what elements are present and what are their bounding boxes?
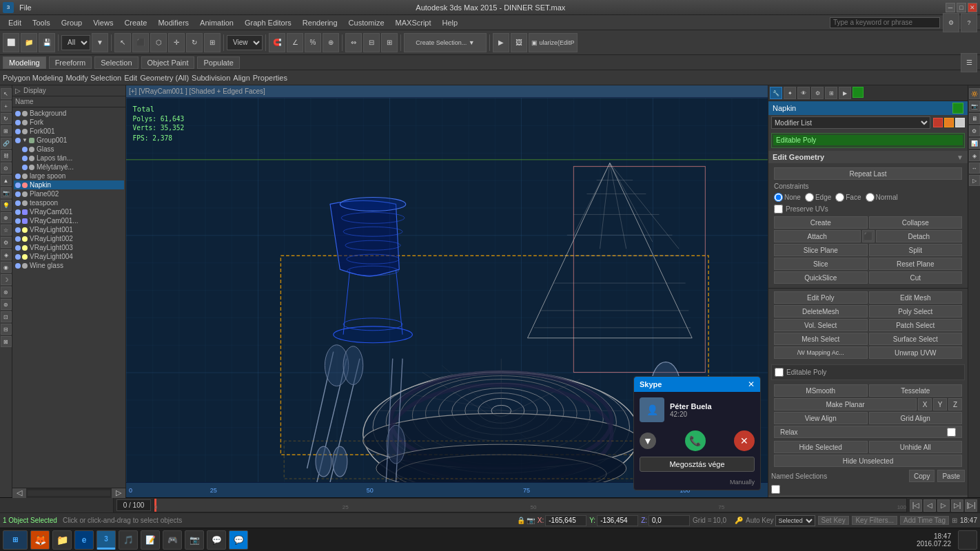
surface-select-btn[interactable]: Surface Select <box>869 333 963 345</box>
scroll-right[interactable]: ▷ <box>112 488 125 498</box>
save-file-btn[interactable]: 💾 <box>39 33 55 52</box>
radio-none[interactable]: None <box>774 193 801 202</box>
angle-snap-btn[interactable]: ∠ <box>287 33 303 52</box>
taskbar-folder-btn[interactable]: 📁 <box>52 530 72 550</box>
move-btn[interactable]: ✛ <box>168 33 185 52</box>
attach-btn[interactable]: Attach <box>774 230 861 242</box>
sidebar-misc1-icon[interactable]: ◈ <box>1 249 12 260</box>
sidebar-misc5-icon[interactable]: ⊚ <box>1 299 12 310</box>
scroll-left[interactable]: ◁ <box>12 488 26 498</box>
object-color-swatch[interactable] <box>952 103 963 114</box>
skype-minimize-button[interactable]: ▼ <box>640 433 656 449</box>
set-key-btn[interactable]: Set Key <box>818 516 849 525</box>
radio-normal[interactable]: Normal <box>866 193 898 202</box>
radio-edge[interactable]: Edge <box>805 193 831 202</box>
poly-select-btn[interactable]: Poly Select <box>869 305 963 318</box>
timeline-counter[interactable]: 0 / 100 <box>116 499 151 511</box>
menu-group[interactable]: Group <box>56 17 88 28</box>
delete-mesh-btn[interactable]: DeleteMesh <box>774 305 868 318</box>
search-input[interactable] <box>830 17 940 28</box>
taskbar-misc2-btn[interactable]: 📝 <box>141 530 160 550</box>
paste-named-sel-btn[interactable]: Paste <box>937 470 965 482</box>
sidebar-misc3-icon[interactable]: ☽ <box>1 274 12 285</box>
patch-select-btn[interactable]: Patch Select <box>869 319 963 331</box>
mod-dot-red[interactable] <box>933 118 943 127</box>
slice-btn[interactable]: Slice <box>774 258 868 270</box>
fr-icon-2[interactable]: 📷 <box>969 101 980 112</box>
skype-accept-button[interactable]: 📞 <box>685 430 706 451</box>
poly-modeling-tab[interactable]: Polygon Modeling <box>3 74 63 82</box>
scene-scroll[interactable]: ◁ ▷ <box>12 488 125 497</box>
skype-close-button[interactable]: ✕ <box>748 380 755 389</box>
percent-snap-btn[interactable]: % <box>305 33 321 52</box>
snap-btn[interactable]: 🧲 <box>269 33 285 52</box>
menu-graph-editors[interactable]: Graph Editors <box>239 17 297 28</box>
menu-file[interactable]: File <box>15 0 36 15</box>
fr-icon-4[interactable]: ⚙ <box>969 125 980 136</box>
hide-unselected-btn[interactable]: Hide Unselected <box>774 455 962 467</box>
copy-named-sel-btn[interactable]: Copy <box>909 470 935 482</box>
tree-item-large-spoon[interactable]: large spoon <box>14 171 124 180</box>
select-filter-btn[interactable]: ▼ <box>92 33 108 52</box>
sidebar-misc8-icon[interactable]: ⊠ <box>1 336 12 347</box>
layer-mgr-btn[interactable]: ⊞ <box>381 33 398 52</box>
fr-icon-7[interactable]: ↔ <box>969 163 980 174</box>
align-btn[interactable]: ⊟ <box>363 33 380 52</box>
quickslice-btn[interactable]: QuickSlice <box>774 271 868 284</box>
tesselate-btn[interactable]: Tesselate <box>869 384 963 397</box>
rp-icon-hierarchy[interactable]: ⊞ <box>825 87 837 99</box>
play-btn[interactable]: ▶ <box>493 33 509 52</box>
edit-tab[interactable]: Edit <box>124 74 137 82</box>
sidebar-unlink-icon[interactable]: ⛓ <box>1 150 12 161</box>
tree-item-vraylight002[interactable]: VRayLight002 <box>14 234 124 243</box>
sidebar-space-icon[interactable]: ☆ <box>1 225 12 236</box>
rp-color-chip[interactable] <box>853 87 864 98</box>
rp-icon-motion[interactable]: ▶ <box>839 87 851 99</box>
taskbar-misc4-btn[interactable]: 📷 <box>185 530 204 550</box>
repeat-last-btn[interactable]: Repeat Last <box>774 167 962 180</box>
rp-icon-utilities[interactable]: ⚙ <box>811 87 824 99</box>
tab-object-paint[interactable]: Object Paint <box>141 56 195 69</box>
taskbar-misc5-btn[interactable]: 💬 <box>207 530 226 550</box>
sidebar-camera-icon[interactable]: 📷 <box>1 187 12 198</box>
sidebar-misc7-icon[interactable]: ⊟ <box>1 324 12 335</box>
edit-geometry-header[interactable]: Edit Geometry ▼ <box>768 151 968 163</box>
delete-isolated-checkbox[interactable] <box>771 485 780 494</box>
sidebar-rotate-icon[interactable]: ↻ <box>1 113 12 124</box>
auto-key-dropdown[interactable]: Selected <box>775 515 815 526</box>
taskbar-firefox-btn[interactable]: 🦊 <box>30 530 50 550</box>
add-time-tag-btn[interactable]: Add Time Tag <box>900 516 949 525</box>
taskbar-3dsmax-btn[interactable]: 3 <box>96 530 116 550</box>
vol-select-btn[interactable]: Vol. Select <box>774 319 868 331</box>
regularize-btn[interactable]: ▣ ularize(EditP <box>529 33 578 52</box>
tree-item-fork001[interactable]: Fork001 <box>14 127 124 136</box>
minimize-button[interactable]: ─ <box>946 3 955 12</box>
tab-populate[interactable]: Populate <box>197 56 239 69</box>
menu-animation[interactable]: Animation <box>194 17 239 28</box>
menu-rendering[interactable]: Rendering <box>297 17 343 28</box>
tree-item-vraylight001[interactable]: VRayLight001 <box>14 225 124 234</box>
mesh-select-btn[interactable]: Mesh Select <box>774 333 868 345</box>
slice-plane-btn[interactable]: Slice Plane <box>774 244 868 256</box>
mirror-btn[interactable]: ⇔ <box>345 33 362 52</box>
split-btn[interactable]: Split <box>869 244 963 256</box>
geometry-all-tab[interactable]: Geometry (All) <box>140 74 189 82</box>
tree-item-group001[interactable]: ▼ Group001 <box>14 136 124 145</box>
viewport[interactable]: [+] [VRayCam001 ] [Shaded + Edged Faces] <box>126 85 768 497</box>
tree-item-teaspoon[interactable]: teaspoon <box>14 198 124 207</box>
sidebar-select-icon[interactable]: ↖ <box>1 88 12 99</box>
close-button[interactable]: ✕ <box>968 3 977 12</box>
editable-poly-checkbox[interactable] <box>775 368 784 377</box>
next-key-btn[interactable]: ▷| <box>951 499 963 512</box>
unhide-all-btn[interactable]: Unhide All <box>869 441 963 453</box>
toolbar-icon-1[interactable]: ⚙ <box>943 13 959 32</box>
taskbar-misc1-btn[interactable]: 🎵 <box>119 530 138 550</box>
prev-key-btn[interactable]: ◁ <box>923 499 936 512</box>
radio-face[interactable]: Face <box>835 193 861 202</box>
timeline-track[interactable]: 0 25 50 75 100 <box>154 498 907 512</box>
tree-item-vraylight003[interactable]: VRayLight003 <box>14 243 124 252</box>
edit-poly-btn[interactable]: Edit Poly <box>774 291 868 304</box>
mod-dot-white[interactable] <box>955 118 965 127</box>
sidebar-scale-icon[interactable]: ⊞ <box>1 125 12 136</box>
taskbar-start-btn[interactable]: ⊞ <box>3 530 28 550</box>
